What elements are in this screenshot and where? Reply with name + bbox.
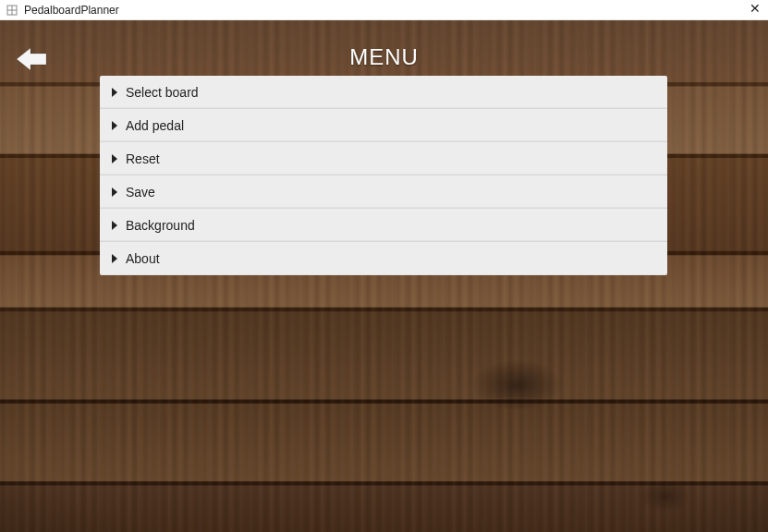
menu-item-label: About: [126, 251, 160, 266]
menu-item-select-board[interactable]: Select board: [100, 76, 667, 109]
page-title: MENU: [0, 44, 768, 70]
svg-marker-7: [112, 187, 117, 197]
chevron-right-icon: [109, 253, 120, 264]
svg-marker-5: [112, 121, 117, 130]
menu-panel: Select board Add pedal Reset Save Backgr…: [100, 76, 667, 275]
chevron-right-icon: [109, 220, 120, 231]
chevron-right-icon: [109, 87, 120, 98]
menu-item-label: Select board: [126, 85, 199, 100]
menu-item-label: Reset: [126, 151, 160, 166]
app-viewport: MENU Select board Add pedal Reset Save: [0, 20, 768, 532]
menu-item-label: Background: [126, 218, 195, 233]
window-title: PedalboardPlanner: [24, 4, 119, 17]
svg-marker-9: [112, 254, 117, 263]
svg-marker-8: [112, 221, 117, 230]
chevron-right-icon: [109, 120, 120, 131]
menu-item-label: Add pedal: [126, 118, 184, 133]
window-titlebar: PedalboardPlanner ✕: [0, 0, 768, 20]
menu-item-save[interactable]: Save: [100, 175, 667, 209]
menu-item-background[interactable]: Background: [100, 209, 667, 242]
menu-item-about[interactable]: About: [100, 242, 667, 275]
svg-marker-4: [112, 88, 117, 97]
menu-item-add-pedal[interactable]: Add pedal: [100, 109, 667, 142]
window-close-button[interactable]: ✕: [750, 2, 761, 15]
app-icon: [6, 4, 18, 17]
chevron-right-icon: [109, 153, 120, 164]
menu-item-label: Save: [126, 185, 155, 200]
svg-marker-6: [112, 154, 117, 163]
chevron-right-icon: [109, 187, 120, 198]
menu-item-reset[interactable]: Reset: [100, 142, 667, 175]
